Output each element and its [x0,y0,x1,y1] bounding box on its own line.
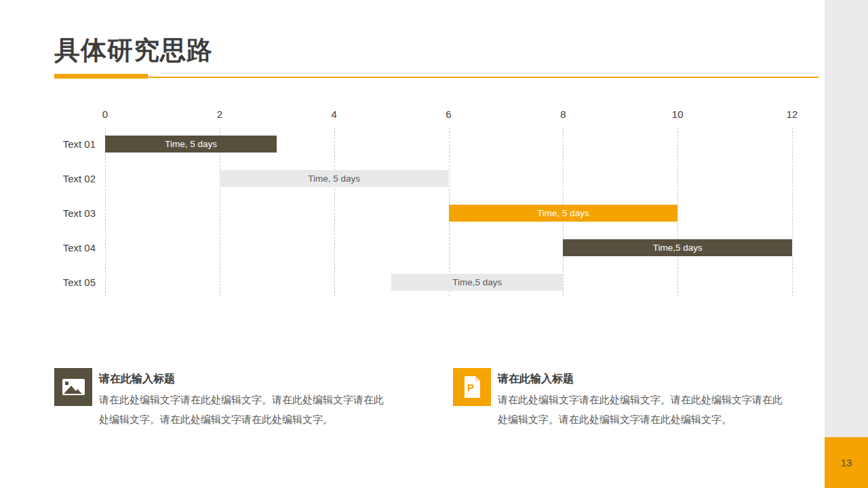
gantt-bar: Time, 5 days [449,205,678,222]
section-left: 请在此输入标题 请在此处编辑文字请在此处编辑文字。请在此处编辑文字请在此处编辑文… [54,368,407,443]
section-title: 请在此输入标题 [498,372,574,386]
axis-tick-label: 6 [446,108,451,121]
axis-tick-label: 12 [787,108,798,121]
gantt-chart: 024681012Text 01Time, 5 daysText 02Time,… [105,108,792,302]
gantt-bar-label: Time,5 days [653,243,703,253]
image-icon [54,368,92,406]
axis-tick-label: 8 [560,108,566,121]
section-body: 请在此处编辑文字请在此处编辑文字。请在此处编辑文字请在此处编辑文字。请在此处编辑… [498,390,788,429]
gantt-row-label: Text 05 [14,274,96,291]
gridline [677,127,678,296]
section-right: P 请在此输入标题 请在此处编辑文字请在此处编辑文字。请在此处编辑文字请在此处编… [453,368,806,443]
svg-text:P: P [467,382,474,393]
axis-tick-label: 2 [217,108,222,121]
slide: 具体研究思路 024681012Text 01Time, 5 daysText … [0,0,868,488]
gantt-row-label: Text 01 [14,136,96,152]
gantt-bar-label: Time,5 days [452,277,502,287]
section-title: 请在此输入标题 [99,372,175,386]
gantt-bar: Time, 5 days [105,136,277,152]
gridline [105,127,106,296]
page-number-badge: 13 [825,437,868,488]
gantt-bar: Time,5 days [563,239,792,256]
gridline [334,127,335,296]
gantt-bar-label: Time, 5 days [165,139,217,149]
gantt-row-label: Text 02 [14,170,96,187]
gridline [220,127,220,296]
gantt-bar-label: Time, 5 days [308,174,360,184]
document-p-icon: P [453,368,491,406]
axis-tick-label: 0 [102,108,108,121]
gantt-bar: Time, 5 days [220,170,449,187]
axis-tick-label: 10 [672,108,684,121]
page-number: 13 [841,457,852,468]
gantt-bar-label: Time, 5 days [537,208,589,218]
right-edge-strip [825,0,868,437]
title-underline-thin [54,77,818,78]
gantt-row-label: Text 04 [14,239,96,256]
gantt-bar: Time,5 days [391,274,563,291]
gridline [792,127,793,296]
gantt-row-label: Text 03 [14,205,96,222]
section-body: 请在此处编辑文字请在此处编辑文字。请在此处编辑文字请在此处编辑文字。请在此处编辑… [99,390,389,429]
axis-tick-label: 4 [331,108,336,121]
page-title: 具体研究思路 [54,35,213,65]
title-underline-accent [54,74,148,79]
